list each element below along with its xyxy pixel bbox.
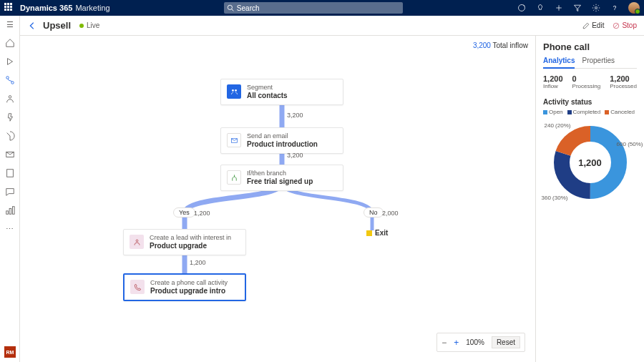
filter-icon[interactable] [572,3,582,13]
branch-yes-label: Yes [173,207,195,217]
donut-label-open: 600 (50%) [617,141,643,147]
svg-text:?: ? [613,5,617,11]
zoom-in-button[interactable]: + [454,338,459,348]
settings-icon[interactable] [591,3,601,13]
branch-icon [227,170,241,185]
nav-chat-icon[interactable] [4,186,16,197]
branch-yes-count: 1,200 [194,210,210,217]
svg-rect-15 [9,208,11,214]
exit-icon [366,230,372,236]
svg-rect-16 [12,207,14,215]
svg-point-6 [595,7,597,9]
svg-point-25 [235,89,237,92]
svg-marker-8 [7,59,12,65]
phone-icon [130,280,145,294]
branch-no-label: No [364,207,384,217]
svg-rect-14 [6,211,8,214]
svg-point-0 [228,5,232,9]
journey-canvas[interactable]: 3,200 Total inflow SegmentAll contacts [20,36,535,362]
node-email[interactable]: Send an emailProduct introduction [220,127,343,154]
nav-contacts-icon[interactable] [4,93,16,104]
conn-lead-phone: 1,200 [190,259,206,266]
add-icon[interactable] [554,3,564,13]
zoom-reset-button[interactable]: Reset [492,336,520,348]
branch-no-count: 2,000 [382,210,399,217]
product-name: Dynamics 365Marketing [20,4,110,12]
svg-point-9 [6,77,9,79]
legend: Open Completed Canceled [543,109,637,115]
svg-line-1 [232,9,234,11]
conn-seg-email: 3,200 [287,112,303,119]
exit-marker: Exit [366,229,388,237]
stop-icon [613,22,620,29]
page-header: Upsell Live Edit Stop [20,16,644,36]
stat-processing: 0Processing [572,74,601,89]
user-avatar[interactable] [628,2,640,14]
help-icon[interactable]: ? [610,3,620,13]
nav-home-icon[interactable] [4,37,16,49]
segment-icon [227,84,241,99]
stop-button[interactable]: Stop [613,21,637,29]
zoom-out-button[interactable]: − [441,338,447,348]
global-header: Dynamics 365Marketing Search ? [0,0,644,16]
lightbulb-icon[interactable] [535,3,545,13]
edit-icon [582,22,590,29]
nav-segments-icon[interactable] [4,130,16,142]
properties-panel: Phone call Analytics Properties 1,200Inf… [535,36,644,362]
search-icon [227,4,234,11]
donut-label-canceled: 240 (20%) [545,122,571,129]
left-nav-rail: ☰ ⋯ RM [0,16,20,362]
lead-icon [130,235,144,249]
zoom-percent: 100% [466,338,484,346]
nav-journeys-icon[interactable] [4,74,16,86]
status-dot-icon [79,24,84,28]
donut-label-completed: 360 (30%) [542,195,568,201]
stat-processed: 1,200Processed [610,74,637,89]
svg-point-24 [232,89,234,92]
nav-menu-icon[interactable]: ☰ [4,19,16,30]
nav-email-icon[interactable] [4,149,16,160]
nav-pin-icon[interactable] [4,112,16,123]
conn-email-branch: 3,200 [287,152,303,159]
status-label: Live [87,21,99,29]
global-search-input[interactable]: Search [224,2,403,14]
tab-analytics[interactable]: Analytics [543,57,575,69]
zoom-controls: − + 100% Reset [436,333,525,352]
nav-recent-icon[interactable] [4,56,16,67]
area-switcher-badge[interactable]: RM [4,346,16,358]
svg-line-18 [615,24,618,27]
donut-center-value: 1,200 [578,157,602,168]
edit-button[interactable]: Edit [582,21,604,29]
svg-point-27 [136,240,138,242]
stat-inflow: 1,200Inflow [543,74,563,89]
nav-analytics-icon[interactable] [4,205,16,216]
node-branch[interactable]: If/then branchFree trial signed up [220,165,343,191]
node-lead[interactable]: Create a lead with interest inProduct up… [123,229,246,255]
activity-status-title: Activity status [543,98,637,106]
nav-more-icon[interactable]: ⋯ [4,223,16,235]
panel-title: Phone call [543,41,637,52]
svg-rect-13 [6,170,13,177]
activity-status-donut: 1,200 240 (20%) 600 (50%) 360 (30%) [547,119,633,205]
node-phone-call[interactable]: Create a phone call activityProduct upgr… [123,273,246,301]
tab-properties[interactable]: Properties [582,57,615,68]
app-launcher-icon[interactable] [4,3,14,13]
nav-form-icon[interactable] [4,167,16,179]
page-title: Upsell [43,20,71,31]
email-icon [227,133,241,147]
back-icon[interactable] [27,21,37,31]
svg-point-11 [9,96,11,99]
assistant-icon[interactable] [517,3,527,13]
node-segment[interactable]: SegmentAll contacts [220,79,343,105]
